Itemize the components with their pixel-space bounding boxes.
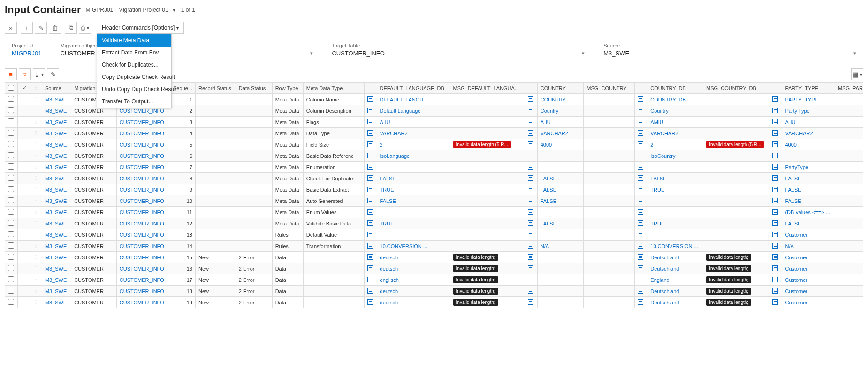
value-link[interactable]: TRUE (650, 221, 664, 226)
document-icon[interactable] (528, 96, 533, 102)
document-icon[interactable] (772, 288, 778, 294)
document-icon[interactable] (772, 96, 778, 102)
document-icon[interactable] (638, 187, 643, 192)
document-icon[interactable] (528, 209, 533, 215)
document-icon[interactable] (367, 254, 373, 260)
value-link[interactable]: Deutschland (650, 255, 679, 260)
row-checkbox[interactable] (5, 162, 18, 173)
col-msg-default-langua[interactable]: MSG_DEFAULT_LANGUA... (450, 83, 525, 94)
document-icon[interactable] (772, 243, 778, 249)
col-row-type[interactable]: Row Type (272, 83, 303, 94)
row-expand[interactable] (17, 207, 30, 218)
document-icon[interactable] (772, 198, 778, 203)
edit-button[interactable]: ✎ (35, 22, 47, 34)
source-link[interactable]: M3_SWE (45, 131, 67, 136)
document-icon[interactable] (638, 119, 643, 124)
target-link[interactable]: CUSTOMER_INFO (120, 164, 164, 170)
value-link[interactable]: 10.CONVERSION ... (380, 243, 427, 249)
document-icon[interactable] (367, 277, 373, 282)
document-icon[interactable] (367, 288, 373, 294)
document-icon[interactable] (367, 243, 373, 249)
row-actions[interactable]: ⋮ (30, 218, 42, 229)
value-link[interactable]: englisch (380, 277, 399, 283)
row-expand[interactable] (17, 297, 30, 308)
document-icon[interactable] (638, 288, 643, 294)
value-link[interactable]: Country (650, 108, 669, 114)
add-button[interactable]: + (21, 22, 33, 34)
document-icon[interactable] (638, 277, 643, 282)
value-link[interactable]: FALSE (785, 221, 801, 226)
row-checkbox[interactable] (5, 105, 18, 117)
row-actions[interactable]: ⋮ (30, 195, 42, 207)
row-checkbox[interactable] (5, 274, 18, 286)
document-icon[interactable] (638, 130, 643, 136)
row-actions[interactable]: ⋮ (30, 150, 42, 162)
row-checkbox[interactable] (5, 94, 18, 105)
document-icon[interactable] (367, 265, 373, 271)
row-actions[interactable]: ⋮ (30, 94, 42, 105)
target-link[interactable]: CUSTOMER_INFO (120, 288, 164, 294)
export-button[interactable]: ⤓ ▾ (33, 68, 45, 80)
document-icon[interactable] (528, 288, 533, 294)
row-expand[interactable] (17, 263, 30, 274)
header-commands-button[interactable]: Header Commands [Options] ▾ (97, 22, 184, 34)
row-expand[interactable] (17, 252, 30, 263)
source-link[interactable]: M3_SWE (45, 210, 67, 215)
filter-button[interactable]: ▿ (19, 68, 31, 80)
value-link[interactable]: Customer (785, 255, 807, 260)
document-icon[interactable] (528, 220, 533, 226)
header-checkbox[interactable] (5, 83, 18, 94)
col-msg-country-db[interactable]: MSG_COUNTRY_DB (703, 83, 769, 94)
document-icon[interactable] (638, 198, 643, 203)
document-icon[interactable] (367, 119, 373, 124)
value-link[interactable]: FALSE (380, 198, 396, 204)
document-icon[interactable] (638, 243, 643, 249)
value-link[interactable]: Party Type (785, 108, 809, 114)
document-icon[interactable] (772, 175, 778, 181)
document-icon[interactable] (772, 232, 778, 237)
source-link[interactable]: M3_SWE (45, 255, 67, 260)
header-expand[interactable] (17, 83, 30, 94)
row-actions[interactable]: ⋮ (30, 241, 42, 252)
chevron-down-icon[interactable]: ▾ (310, 50, 313, 56)
value-link[interactable]: FALSE (785, 187, 801, 193)
value-link[interactable]: Customer (785, 277, 807, 283)
copy-button[interactable]: ⧉ (65, 22, 77, 34)
value-link[interactable]: 4000 (785, 142, 796, 148)
value-link[interactable]: England (650, 277, 669, 283)
document-icon[interactable] (528, 277, 533, 282)
row-actions[interactable]: ⋮ (30, 252, 42, 263)
source-link[interactable]: M3_SWE (45, 198, 67, 204)
delete-button[interactable]: 🗑 (49, 22, 61, 34)
document-icon[interactable] (367, 141, 373, 147)
document-icon[interactable] (528, 119, 533, 124)
col-country[interactable]: COUNTRY (537, 83, 584, 94)
dropdown-item[interactable]: Undo Copy Dup Check Result (97, 83, 171, 95)
document-icon[interactable] (528, 299, 533, 305)
row-actions[interactable]: ⋮ (30, 184, 42, 195)
row-expand[interactable] (17, 139, 30, 150)
document-icon[interactable] (772, 254, 778, 260)
document-icon[interactable] (367, 209, 373, 215)
row-actions[interactable]: ⋮ (30, 105, 42, 117)
target-link[interactable]: CUSTOMER_INFO (120, 221, 164, 226)
document-icon[interactable] (367, 198, 373, 203)
row-checkbox[interactable] (5, 263, 18, 274)
document-icon[interactable] (367, 164, 373, 170)
value-link[interactable]: TRUE (380, 221, 394, 226)
value-link[interactable]: FALSE (541, 187, 556, 193)
source-link[interactable]: M3_SWE (45, 176, 67, 181)
document-icon[interactable] (772, 220, 778, 226)
value-link[interactable]: PARTY_TYPE (785, 97, 818, 102)
document-icon[interactable] (638, 232, 643, 237)
edit-grid-button[interactable]: ✎ (47, 68, 59, 80)
row-checkbox[interactable] (5, 229, 18, 241)
document-icon[interactable] (638, 141, 643, 147)
breadcrumb[interactable]: MIGPRJ01 - Migration Project 01 ▼ (86, 7, 176, 13)
target-link[interactable]: CUSTOMER_INFO (120, 153, 164, 159)
document-icon[interactable] (772, 164, 778, 170)
grid-settings-button[interactable]: ▦ ▾ (851, 68, 863, 80)
col-default-language-db[interactable]: DEFAULT_LANGUAGE_DB (377, 83, 450, 94)
value-link[interactable]: FALSE (541, 221, 556, 226)
source-link[interactable]: M3_SWE (45, 277, 67, 283)
